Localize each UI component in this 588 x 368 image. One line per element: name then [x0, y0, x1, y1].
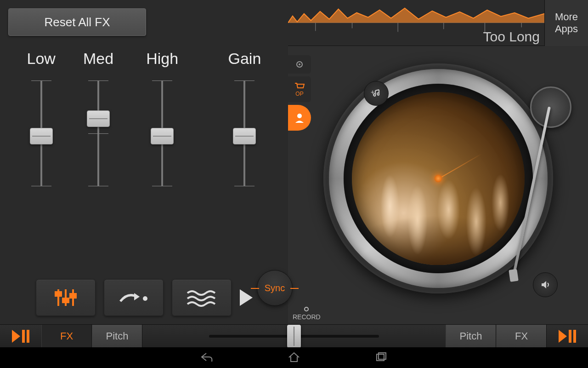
- transport-bar: FX Pitch Pitch FX: [0, 324, 588, 347]
- fx-tab-right[interactable]: FX: [496, 325, 547, 348]
- crossfader[interactable]: [142, 325, 446, 348]
- svg-point-15: [299, 63, 300, 65]
- svg-rect-5: [70, 294, 76, 298]
- eq-label-high: High: [146, 50, 178, 68]
- pitch-tab-left[interactable]: Pitch: [92, 325, 142, 348]
- svg-rect-1: [56, 292, 61, 296]
- fx-panel: Reset All FX Low Med High: [0, 0, 288, 324]
- record-button[interactable]: RECORD: [293, 307, 321, 321]
- profile-button[interactable]: [288, 105, 311, 131]
- svg-point-6: [143, 296, 147, 301]
- reset-all-fx-button[interactable]: Reset All FX: [8, 8, 146, 36]
- waveform[interactable]: Too Long: [288, 0, 544, 46]
- recents-button[interactable]: [374, 351, 388, 364]
- svg-rect-3: [63, 299, 68, 302]
- fx-eq-button[interactable]: [36, 279, 96, 316]
- tonearm-base: [530, 86, 571, 128]
- eq-slider-low[interactable]: [28, 76, 55, 191]
- monitor-button[interactable]: [533, 272, 558, 297]
- play-pause-left[interactable]: [0, 329, 41, 344]
- add-track-button[interactable]: +: [364, 81, 389, 106]
- sync-button[interactable]: Sync: [257, 270, 293, 306]
- shop-button[interactable]: OP: [288, 76, 311, 102]
- fx-flanger-button[interactable]: [172, 279, 232, 316]
- eq-label-low: Low: [27, 50, 55, 68]
- eq-slider-high[interactable]: [148, 76, 176, 191]
- fx-tab-left[interactable]: FX: [41, 325, 92, 348]
- svg-point-16: [297, 114, 302, 118]
- svg-rect-19: [27, 330, 29, 343]
- deck-panel: Too Long More Apps OP +: [288, 0, 588, 324]
- turntable[interactable]: +: [323, 63, 553, 293]
- fx-next-icon[interactable]: [240, 289, 253, 306]
- back-button[interactable]: [200, 351, 214, 364]
- svg-rect-20: [569, 330, 571, 343]
- fx-redo-button[interactable]: [104, 279, 164, 316]
- eq-sliders: Low Med High G: [0, 36, 288, 191]
- android-nav-bar: [0, 347, 588, 368]
- svg-rect-18: [22, 330, 25, 343]
- more-apps-button[interactable]: More Apps: [544, 0, 588, 46]
- play-pause-right[interactable]: [547, 329, 588, 344]
- track-title: Too Long: [483, 29, 540, 45]
- svg-rect-21: [573, 330, 576, 343]
- eq-label-med: Med: [83, 50, 113, 68]
- pitch-tab-right[interactable]: Pitch: [446, 325, 496, 348]
- spindle-icon: [435, 175, 442, 182]
- settings-icon[interactable]: [288, 55, 311, 74]
- eq-label-gain: Gain: [228, 50, 261, 68]
- gain-slider[interactable]: [231, 76, 258, 191]
- home-button[interactable]: [287, 351, 301, 364]
- eq-slider-med[interactable]: [85, 76, 112, 191]
